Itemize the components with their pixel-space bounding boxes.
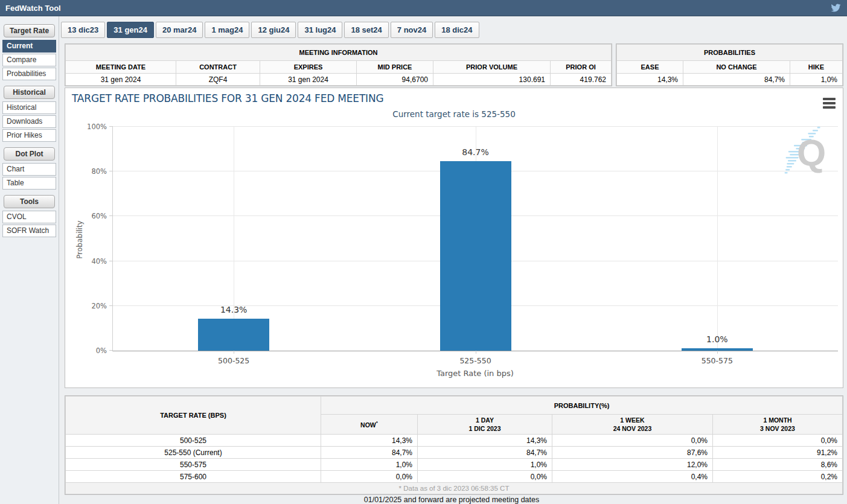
y-tick-label: 40%: [86, 257, 107, 266]
no-change-value: 84,7%: [683, 74, 790, 86]
tab-31-gen24[interactable]: 31 gen24: [107, 22, 154, 38]
day-cell: 14,3%: [418, 435, 552, 447]
rate-cell: 575-600: [66, 471, 321, 483]
week-cell: 0,0%: [552, 435, 713, 447]
bar-value-label: 1.0%: [706, 334, 728, 344]
bar-value-label: 14.3%: [220, 305, 247, 314]
gridline: [717, 127, 718, 351]
tab-1-mag24[interactable]: 1 mag24: [205, 22, 249, 38]
col-hike: HIKE: [790, 61, 843, 74]
tab-20-mar24[interactable]: 20 mar24: [156, 22, 203, 38]
table-row: 525-550 (Current) 84,7% 84,7% 87,6% 91,2…: [66, 447, 843, 459]
probabilities-table: PROBABILITIES EASE NO CHANGE HIKE 14,3% …: [616, 44, 843, 86]
tab-31-lug24[interactable]: 31 lug24: [298, 22, 342, 38]
twitter-icon[interactable]: [830, 3, 842, 13]
x-category-label: 500-525: [218, 356, 249, 365]
sidebar-item-probabilities[interactable]: Probabilities: [2, 68, 56, 80]
sidebar-item-sofr-watch[interactable]: SOFR Watch: [2, 225, 56, 237]
rate-cell: 500-525: [66, 435, 321, 447]
meeting-information-panel: MEETING INFORMATION MEETING DATE CONTRAC…: [65, 43, 612, 86]
sidebar-item-prior-hikes[interactable]: Prior Hikes: [2, 129, 56, 142]
y-tick-mark: [109, 350, 113, 351]
tab-12-giu24[interactable]: 12 giu24: [251, 22, 296, 38]
day-cell: 0,0%: [418, 471, 552, 483]
col-1-month: 1 MONTH3 NOV 2023: [713, 415, 843, 435]
probabilities-row: 14,3% 84,7% 1,0%: [617, 74, 843, 86]
data-as-of-footnote: * Data as of 3 dic 2023 06:58:35 CT: [66, 483, 843, 494]
col-ease: EASE: [617, 61, 683, 74]
col-meeting-date: MEETING DATE: [66, 61, 176, 74]
now-cell: 0,0%: [321, 471, 418, 483]
chart-title: TARGET RATE PROBABILITIES FOR 31 GEN 202…: [72, 92, 383, 104]
tab-18-dic24[interactable]: 18 dic24: [435, 22, 479, 38]
sidebar-item-current[interactable]: Current: [2, 40, 56, 53]
tab-18-set24[interactable]: 18 set24: [344, 22, 388, 38]
month-cell: 91,2%: [713, 447, 843, 459]
meeting-date-value: 31 gen 2024: [66, 74, 176, 86]
chart-menu-icon[interactable]: [823, 98, 836, 110]
now-cell: 14,3%: [321, 435, 418, 447]
sidebar-item-historical[interactable]: Historical: [2, 101, 56, 114]
bar-500-525[interactable]: [198, 319, 269, 351]
prior-volume-value: 130.691: [433, 74, 551, 86]
probabilities-title: PROBABILITIES: [617, 45, 843, 61]
y-tick-mark: [109, 171, 113, 171]
y-tick-label: 0%: [86, 346, 107, 355]
app-header-bar: FedWatch Tool: [0, 0, 847, 16]
sidebar-item-table[interactable]: Table: [2, 177, 56, 190]
y-tick-label: 80%: [86, 167, 107, 176]
meeting-information-table: MEETING INFORMATION MEETING DATE CONTRAC…: [65, 44, 612, 86]
y-tick-label: 60%: [86, 212, 107, 220]
bar-value-label: 84.7%: [462, 147, 488, 157]
sidebar: Target Rate Current Compare Probabilitie…: [0, 16, 59, 504]
col-1-day: 1 DAY1 DIC 2023: [418, 415, 552, 435]
y-tick-mark: [109, 261, 113, 261]
now-cell: 1,0%: [321, 459, 418, 471]
mid-price-value: 94,6700: [357, 74, 433, 86]
sidebar-item-chart[interactable]: Chart: [2, 163, 56, 176]
y-axis-label: Probability: [75, 220, 84, 258]
now-cell: 84,7%: [321, 447, 418, 459]
day-cell: 84,7%: [418, 447, 552, 459]
x-category-label: 525-550: [459, 356, 491, 365]
week-cell: 12,0%: [552, 459, 713, 471]
col-expires: EXPIRES: [260, 61, 357, 74]
probabilities-panel: PROBABILITIES EASE NO CHANGE HIKE 14,3% …: [616, 43, 843, 86]
bar-525-550[interactable]: [440, 161, 511, 351]
month-cell: 0,0%: [713, 435, 843, 447]
sidebar-item-compare[interactable]: Compare: [2, 54, 56, 66]
probability-history-panel: TARGET RATE (BPS) PROBABILITY(%) NOW* 1 …: [65, 395, 843, 495]
y-tick-mark: [109, 126, 113, 127]
y-tick-label: 100%: [86, 123, 107, 131]
chart-subtitle: Current target rate is 525-550: [65, 109, 843, 119]
sidebar-item-cvol[interactable]: CVOL: [2, 211, 56, 223]
sidebar-section-target-rate: Target Rate: [4, 24, 55, 37]
rate-cell: 550-575: [66, 459, 321, 471]
target-rate-chart-panel: TARGET RATE PROBABILITIES FOR 31 GEN 202…: [65, 88, 843, 388]
col-1-week: 1 WEEK24 NOV 2023: [552, 415, 713, 435]
col-mid-price: MID PRICE: [357, 61, 433, 74]
sidebar-item-downloads[interactable]: Downloads: [2, 115, 56, 128]
tab-13-dic23[interactable]: 13 dic23: [61, 22, 105, 38]
table-row: 575-600 0,0% 0,0% 0,4% 0,2%: [66, 471, 843, 483]
sidebar-section-dot-plot: Dot Plot: [4, 147, 55, 161]
x-category-label: 550-575: [702, 356, 733, 365]
y-tick-label: 20%: [86, 302, 107, 310]
col-prior-oi: PRIOR OI: [551, 61, 612, 74]
probability-group-header: PROBABILITY(%): [321, 397, 843, 415]
projection-note: 01/01/2025 and forward are projected mee…: [60, 496, 843, 504]
app-title: FedWatch Tool: [5, 4, 61, 13]
week-cell: 0,4%: [552, 471, 713, 483]
x-tick-mark: [234, 351, 234, 354]
x-tick-mark: [476, 351, 476, 354]
x-axis-label: Target Rate (in bps): [112, 369, 838, 378]
col-now: NOW*: [321, 415, 418, 435]
month-cell: 8,6%: [713, 459, 843, 471]
col-prior-volume: PRIOR VOLUME: [433, 61, 551, 74]
sidebar-section-tools: Tools: [4, 195, 55, 208]
col-target-rate-bps: TARGET RATE (BPS): [66, 397, 321, 435]
table-row: 500-525 14,3% 14,3% 0,0% 0,0%: [66, 435, 843, 447]
tab-7-nov24[interactable]: 7 nov24: [391, 22, 433, 38]
day-cell: 1,0%: [418, 459, 552, 471]
col-contract: CONTRACT: [176, 61, 260, 74]
